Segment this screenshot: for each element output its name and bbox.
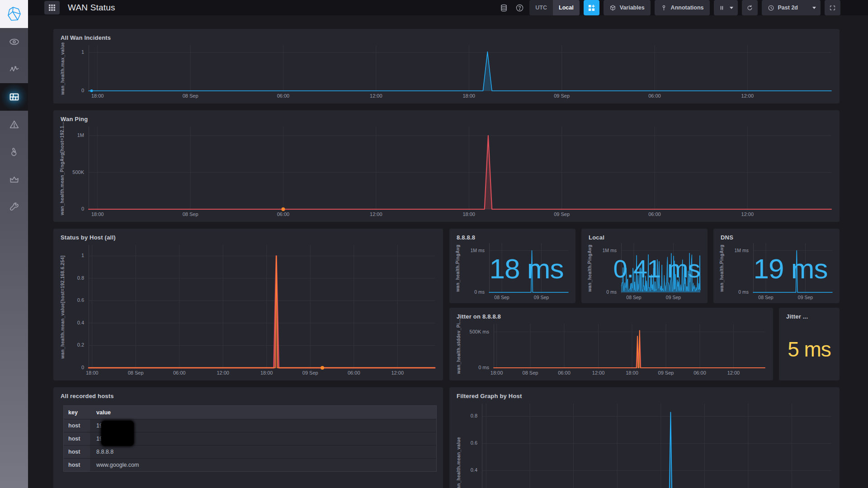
panel-title[interactable]: Status by Host (all) bbox=[61, 234, 116, 241]
series-line bbox=[89, 52, 831, 91]
axis-tick: 18:00 bbox=[79, 370, 106, 375]
axis-tick: 500K bbox=[65, 169, 84, 175]
autorefresh-pause-button[interactable] bbox=[714, 0, 738, 15]
redaction-box bbox=[101, 421, 134, 446]
variables-label: Variables bbox=[620, 5, 645, 11]
axis-tick: 12:00 bbox=[720, 370, 747, 375]
logo-button[interactable] bbox=[0, 0, 28, 28]
series-line bbox=[494, 330, 765, 368]
axis-tick: 09 Sep bbox=[792, 295, 819, 300]
series-area bbox=[482, 413, 831, 488]
axis-tick: 09 Sep bbox=[548, 93, 576, 99]
key-cell: host bbox=[64, 459, 90, 471]
presentation-mode-button[interactable] bbox=[825, 0, 840, 15]
table-row: host8.8.8.8 bbox=[64, 445, 436, 458]
sidebar-item-host-list[interactable] bbox=[0, 28, 28, 56]
chart-status-by-host[interactable]: wan_health.mean_value[host=192.168.6.254… bbox=[59, 245, 439, 378]
stat-value: 0.41 ms bbox=[608, 254, 706, 283]
panel-title[interactable]: All Wan Incidents bbox=[61, 34, 111, 41]
hand-icon bbox=[9, 146, 20, 158]
crown-icon bbox=[9, 174, 20, 185]
axis-tick: 06:00 bbox=[269, 211, 297, 217]
chart-all-wan-incidents[interactable]: wan_health.max_value1018:0008 Sep06:0012… bbox=[59, 45, 835, 101]
variables-button[interactable]: Variables bbox=[604, 0, 651, 15]
axis-tick: 0.2 bbox=[65, 342, 84, 347]
annotations-button[interactable]: Annotations bbox=[655, 0, 710, 15]
axis-tick: 0.8 bbox=[461, 413, 477, 418]
timezone-toggle[interactable]: UTC Local bbox=[529, 0, 579, 15]
chart-wan-ping[interactable]: wan_health.mean_PingAvg[host=192.1...1M5… bbox=[59, 127, 835, 219]
axis-tick: 08 Sep bbox=[488, 295, 515, 300]
axis-tick: 18:00 bbox=[455, 211, 482, 217]
dashboard-switcher-button[interactable] bbox=[44, 1, 60, 14]
cube-icon bbox=[609, 5, 616, 11]
sidebar-item-dashboards[interactable] bbox=[0, 83, 28, 111]
series-area bbox=[89, 256, 435, 368]
clock-icon bbox=[768, 5, 774, 11]
axis-tick: 08 Sep bbox=[752, 295, 779, 300]
panel-jitter-stat: Jitter ... 5 ms bbox=[779, 308, 840, 380]
table-header-row: keyvalue bbox=[64, 406, 436, 419]
column-header: value bbox=[90, 406, 436, 419]
sidebar-item-configuration[interactable] bbox=[0, 193, 28, 221]
refresh-icon bbox=[746, 5, 753, 11]
panel-title[interactable]: DNS bbox=[721, 234, 733, 241]
key-cell: host bbox=[64, 432, 90, 445]
stat-value: 19 ms bbox=[745, 253, 836, 285]
sidebar-item-data-explorer[interactable] bbox=[0, 56, 28, 83]
time-range-label: Past 2d bbox=[778, 5, 798, 11]
axis-tick: 0 ms bbox=[461, 365, 489, 370]
refresh-button[interactable] bbox=[742, 0, 758, 15]
caret-down-icon bbox=[812, 7, 816, 9]
chart-filtered-graph[interactable]: wan_health.mean_value0.80.60.40.20 bbox=[455, 404, 835, 488]
timezone-local-option[interactable]: Local bbox=[553, 0, 580, 15]
axis-tick: 0.6 bbox=[65, 297, 84, 303]
sources-button[interactable] bbox=[498, 2, 509, 14]
axis-tick: 18:00 bbox=[84, 93, 111, 99]
sidebar-item-admin[interactable] bbox=[0, 138, 28, 166]
y-axis-label: wan_health.mean_PingAvg[host=192.1... bbox=[59, 127, 66, 210]
help-button[interactable] bbox=[514, 2, 525, 14]
key-cell: host bbox=[64, 446, 90, 458]
panel-all-recorded-hosts: All recorded hosts keyvaluehost192.1host… bbox=[53, 387, 443, 488]
eye-icon bbox=[9, 36, 20, 47]
panel-title[interactable]: Jitter on 8.8.8.8 bbox=[457, 313, 501, 320]
database-icon bbox=[500, 4, 508, 12]
value-cell: 192.1 bbox=[90, 432, 436, 445]
timezone-utc-option[interactable]: UTC bbox=[529, 0, 553, 15]
time-range-dropdown[interactable]: Past 2d bbox=[762, 0, 821, 15]
panel-title[interactable]: 8.8.8.8 bbox=[457, 234, 475, 241]
alert-triangle-icon bbox=[9, 119, 20, 130]
series-line bbox=[494, 330, 765, 368]
panel-title[interactable]: All recorded hosts bbox=[61, 393, 114, 399]
wrench-icon bbox=[9, 202, 20, 213]
panel-title[interactable]: Local bbox=[589, 234, 604, 241]
dashboards-grid-icon bbox=[9, 91, 20, 103]
y-axis-label: wan_health.mean_value[host=192.168.6.254… bbox=[59, 245, 66, 369]
series-area bbox=[89, 52, 831, 91]
chart-jitter-8888[interactable]: wan_health.stddev_Pi...500K ms0 ms18:000… bbox=[455, 324, 769, 378]
sidebar-item-alerting[interactable] bbox=[0, 111, 28, 138]
axis-tick: 18:00 bbox=[618, 370, 646, 375]
axis-tick: 08 Sep bbox=[122, 370, 149, 375]
axis-tick: 06:00 bbox=[686, 370, 713, 375]
axis-tick: 09 Sep bbox=[652, 370, 679, 375]
axis-tick: 08 Sep bbox=[620, 295, 647, 300]
axis-tick: 0 ms bbox=[724, 289, 749, 295]
axis-tick: 0 bbox=[65, 206, 84, 211]
axis-tick: 0 ms bbox=[460, 289, 485, 295]
caret-down-icon bbox=[730, 7, 733, 9]
panel-title[interactable]: Filtered Graph by Host bbox=[457, 393, 522, 399]
value-cell: www.google.com bbox=[90, 459, 436, 471]
panel-all-wan-incidents: All Wan Incidents wan_health.max_value10… bbox=[53, 29, 840, 103]
panel-title[interactable]: Jitter ... bbox=[786, 313, 808, 320]
add-cell-button[interactable] bbox=[584, 0, 599, 15]
axis-tick: 1 bbox=[65, 49, 84, 55]
panel-stat-8888: 8.8.8.8 wan_health.PingAvg1M ms0 ms08 Se… bbox=[449, 229, 576, 303]
add-cell-icon bbox=[588, 4, 595, 12]
panel-wan-ping: Wan Ping wan_health.mean_PingAvg[host=19… bbox=[53, 110, 840, 222]
axis-tick: 0 bbox=[65, 88, 84, 93]
page-title: WAN Status bbox=[68, 3, 115, 13]
sidebar-item-organizations[interactable] bbox=[0, 166, 28, 193]
value-cell: 8.8.8.8 bbox=[90, 446, 436, 458]
